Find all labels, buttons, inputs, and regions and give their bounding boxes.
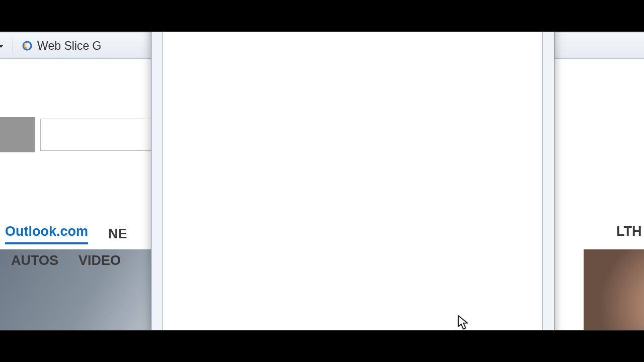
site-nav-primary: Outlook.com NE [5,224,127,244]
thumbnail-image [584,249,644,330]
suggested-sites-link[interactable]: ed Sites [0,39,4,53]
nav-health[interactable]: LTH & FITN [616,224,644,239]
site-nav-secondary: AUTOS VIDEO [11,253,121,268]
nav-autos[interactable]: AUTOS [11,253,58,268]
webslice-link[interactable]: Web Slice G [37,39,101,53]
task-manager-window: ApplicationsProcessesServicesPerformance… [151,0,554,362]
site-logo [0,117,35,152]
webslice-icon [22,41,32,51]
nav-video[interactable]: VIDEO [78,253,121,268]
nav-outlook[interactable]: Outlook.com [5,224,88,244]
nav-item[interactable]: NE [108,226,127,242]
tab-panel-processes [163,15,543,352]
chevron-down-icon [0,45,4,48]
